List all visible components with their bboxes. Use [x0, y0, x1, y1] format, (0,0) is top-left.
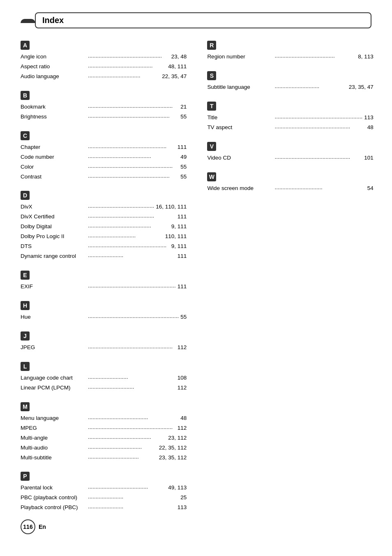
- section-letter-h: H: [21, 301, 30, 310]
- section-letter-p: P: [21, 472, 30, 481]
- entry-name: Wide screen mode: [207, 184, 273, 193]
- entry-dots: ........................................…: [88, 102, 179, 111]
- section-c: CChapter................................…: [21, 131, 187, 182]
- page-title: Index: [35, 12, 371, 28]
- index-entry: MPEG....................................…: [21, 424, 187, 433]
- page: Index AAngle icon.......................…: [0, 0, 392, 547]
- entry-dots: ........................................…: [88, 111, 179, 121]
- index-entry: Parental lock...........................…: [21, 483, 187, 493]
- index-entry: Audio language..........................…: [21, 72, 187, 82]
- entry-dots: ..........................: [88, 373, 176, 382]
- entry-name: Hue: [21, 313, 86, 322]
- entry-page: 49: [180, 153, 187, 162]
- section-t: TTitle..................................…: [207, 102, 373, 133]
- entry-page: 9, 111: [171, 242, 187, 251]
- index-entry: EXIF....................................…: [21, 282, 187, 292]
- entry-name: Aspect ratio: [21, 62, 86, 72]
- entry-page: 55: [180, 172, 187, 182]
- index-entry: DivX....................................…: [21, 202, 187, 212]
- entry-dots: ........................................…: [88, 211, 176, 221]
- entry-name: Language code chart: [21, 373, 86, 383]
- entry-dots: ........................................…: [88, 142, 176, 152]
- entry-name: Playback control (PBC): [21, 503, 86, 512]
- section-letter-m: M: [21, 402, 30, 411]
- entry-page: 111: [178, 282, 187, 292]
- entry-page: 23, 35, 47: [349, 83, 374, 92]
- index-content: AAngle icon.............................…: [21, 41, 371, 522]
- index-entry: Aspect ratio............................…: [21, 62, 187, 72]
- index-entry: PBC (playback control)..................…: [21, 493, 187, 503]
- entry-name: EXIF: [21, 282, 86, 292]
- section-b: BBookmark...............................…: [21, 91, 187, 122]
- entry-page: 22, 35, 112: [159, 443, 187, 453]
- header: Index: [21, 12, 371, 28]
- entry-dots: ........................................…: [88, 51, 170, 61]
- entry-page: 101: [364, 153, 374, 163]
- entry-page: 22, 35, 47: [162, 72, 187, 81]
- section-letter-a: A: [21, 41, 30, 50]
- entry-dots: .................................: [88, 452, 157, 462]
- entry-page: 49, 113: [168, 483, 187, 493]
- index-entry: Linear PCM (LPCM).......................…: [21, 383, 187, 393]
- index-entry: Video CD................................…: [207, 153, 373, 163]
- entry-page: 112: [178, 383, 187, 393]
- entry-dots: ........................................…: [88, 342, 176, 352]
- index-entry: Dynamic range control...................…: [21, 252, 187, 262]
- entry-page: 48: [367, 123, 374, 132]
- index-entry: Playback control (PBC)..................…: [21, 503, 187, 513]
- entry-dots: ........................................…: [88, 423, 176, 433]
- index-entry: Bookmark................................…: [21, 102, 187, 112]
- index-entry: Title...................................…: [207, 113, 373, 123]
- entry-name: Linear PCM (LPCM): [21, 383, 86, 393]
- index-entry: Dolby Pro Logic II......................…: [21, 232, 187, 242]
- index-entry: Chapter.................................…: [21, 143, 187, 153]
- section-letter-j: J: [21, 331, 30, 341]
- section-h: HHue....................................…: [21, 301, 187, 322]
- index-entry: DTS.....................................…: [21, 242, 187, 252]
- entry-page: 112: [178, 343, 187, 352]
- entry-page: 25: [180, 493, 187, 503]
- index-entry: Language code chart.....................…: [21, 373, 187, 383]
- entry-dots: ........................................…: [88, 241, 170, 251]
- entry-dots: ........................................…: [88, 152, 179, 162]
- entry-name: Brightness: [21, 112, 86, 122]
- entry-page: 112: [178, 424, 187, 433]
- entry-dots: .......................: [88, 502, 176, 512]
- entry-page: 23, 35, 112: [159, 453, 187, 463]
- entry-name: Color: [21, 162, 86, 172]
- entry-page: 55: [180, 313, 187, 322]
- entry-name: Video CD: [207, 153, 273, 163]
- entry-page: 8, 113: [358, 52, 374, 62]
- entry-dots: ...............................: [88, 231, 164, 241]
- index-entry: Multi-angle.............................…: [21, 433, 187, 443]
- entry-page: 9, 111: [171, 222, 187, 232]
- section-m: MMenu language..........................…: [21, 402, 187, 463]
- section-s: SSubtitle language......................…: [207, 71, 373, 93]
- index-entry: Multi-subtitle..........................…: [21, 453, 187, 463]
- section-j: JJPEG...................................…: [21, 331, 187, 353]
- section-v: VVideo CD...............................…: [207, 142, 373, 163]
- entry-name: DivX Certified: [21, 212, 86, 222]
- section-letter-e: E: [21, 271, 30, 280]
- entry-name: DivX: [21, 202, 86, 212]
- entry-name: Multi-audio: [21, 443, 86, 453]
- entry-name: Angle icon: [21, 52, 86, 62]
- entry-name: Dynamic range control: [21, 252, 86, 261]
- index-entry: Brightness..............................…: [21, 112, 187, 122]
- entry-dots: ........................................…: [274, 112, 362, 122]
- entry-name: Multi-angle: [21, 433, 86, 443]
- entry-name: Audio language: [21, 72, 86, 81]
- entry-name: Code number: [21, 153, 86, 162]
- entry-page: 113: [364, 113, 374, 123]
- index-entry: Region number...........................…: [207, 52, 373, 62]
- entry-dots: ........................................…: [88, 221, 170, 231]
- entry-dots: .............................: [274, 82, 347, 92]
- entry-name: Parental lock: [21, 483, 86, 493]
- entry-page: 54: [367, 184, 374, 193]
- entry-dots: ........................................…: [88, 171, 179, 181]
- section-letter-c: C: [21, 131, 30, 140]
- section-letter-v: V: [207, 142, 216, 151]
- entry-name: Contrast: [21, 172, 86, 182]
- entry-page: 23, 48: [171, 52, 187, 62]
- index-entry: Hue.....................................…: [21, 313, 187, 322]
